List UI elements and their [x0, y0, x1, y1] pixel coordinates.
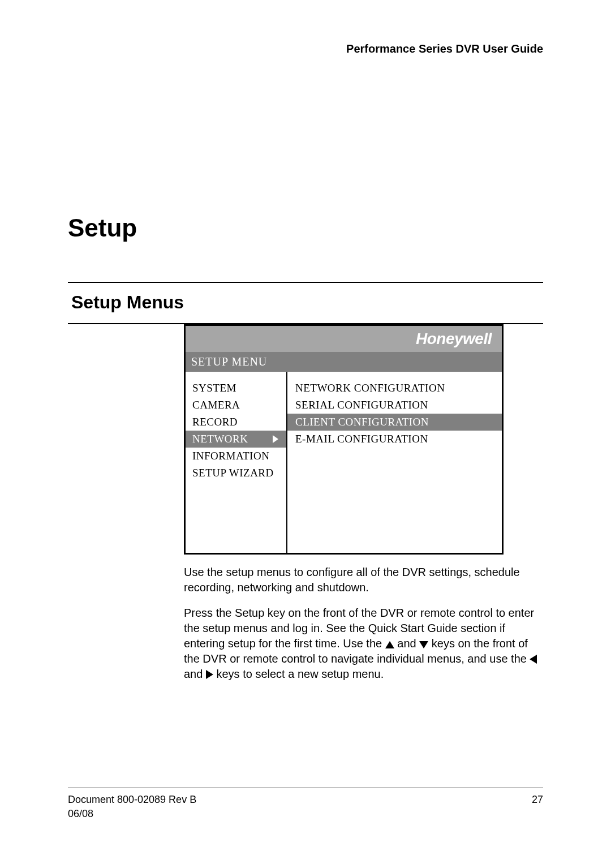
text-fragment: and [397, 637, 419, 650]
menu-item-system[interactable]: SYSTEM [186, 380, 286, 397]
menu-brand-bar: Honeywell [186, 326, 502, 352]
submenu-label: SERIAL CONFIGURATION [295, 399, 428, 411]
rule-top [68, 282, 543, 283]
text-fragment: keys to select a new setup menu. [217, 668, 384, 680]
submenu-network-config[interactable]: NETWORK CONFIGURATION [287, 380, 502, 397]
right-arrow-icon [206, 670, 213, 679]
menu-left-column: SYSTEM CAMERA RECORD NETWORK INFORMATION… [186, 372, 287, 553]
brand-logo: Honeywell [416, 330, 492, 348]
section-title: Setup Menus [71, 292, 543, 313]
page-title: Setup [68, 214, 543, 242]
footer-rule [68, 788, 543, 788]
paragraph-intro: Use the setup menus to configure all of … [184, 565, 543, 595]
down-arrow-icon [419, 641, 428, 648]
menu-right-column: NETWORK CONFIGURATION SERIAL CONFIGURATI… [287, 372, 502, 553]
menu-item-label: NETWORK [192, 433, 248, 445]
up-arrow-icon [385, 641, 394, 648]
submenu-label: CLIENT CONFIGURATION [295, 416, 429, 428]
menu-item-label: INFORMATION [192, 450, 269, 462]
text-fragment: and [184, 668, 206, 680]
page-footer: Document 800-02089 Rev B 27 06/08 [68, 788, 543, 820]
menu-item-camera[interactable]: CAMERA [186, 397, 286, 414]
menu-item-record[interactable]: RECORD [186, 414, 286, 431]
submenu-serial-config[interactable]: SERIAL CONFIGURATION [287, 397, 502, 414]
menu-item-label: RECORD [192, 416, 238, 428]
menu-item-setup-wizard[interactable]: SETUP WIZARD [186, 465, 286, 482]
submenu-email-config[interactable]: E-MAIL CONFIGURATION [287, 431, 502, 448]
submenu-label: NETWORK CONFIGURATION [295, 382, 445, 394]
running-header: Performance Series DVR User Guide [68, 42, 543, 55]
chevron-right-icon [273, 435, 278, 443]
submenu-label: E-MAIL CONFIGURATION [295, 433, 428, 445]
menu-item-label: SYSTEM [192, 382, 236, 394]
footer-page-number: 27 [532, 794, 543, 806]
setup-menu-screenshot: Honeywell SETUP MENU SYSTEM CAMERA RECOR… [184, 324, 504, 555]
menu-item-label: SETUP WIZARD [192, 467, 274, 479]
footer-date: 06/08 [68, 808, 543, 820]
paragraph-instructions: Press the Setup key on the front of the … [184, 605, 543, 682]
menu-item-label: CAMERA [192, 399, 240, 411]
menu-item-information[interactable]: INFORMATION [186, 448, 286, 465]
menu-title: SETUP MENU [186, 352, 502, 372]
left-arrow-icon [530, 655, 537, 664]
menu-item-network[interactable]: NETWORK [186, 431, 286, 448]
footer-doc-id: Document 800-02089 Rev B [68, 794, 196, 806]
submenu-client-config[interactable]: CLIENT CONFIGURATION [287, 414, 502, 431]
